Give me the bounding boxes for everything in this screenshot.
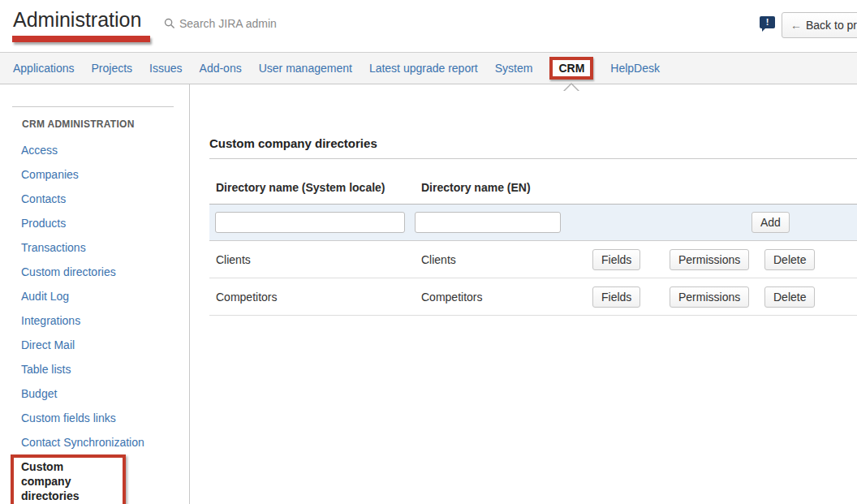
- page-title: Administration: [13, 8, 141, 32]
- sidebar-link-audit-log[interactable]: Audit Log: [21, 290, 69, 303]
- nav-item-applications: Applications: [13, 62, 75, 75]
- back-button-label: Back to pr: [806, 19, 857, 32]
- directory-name-en-cell: Competitors: [415, 291, 584, 304]
- column-header-locale: Directory name (System locale): [209, 181, 415, 194]
- nav-link-issues[interactable]: Issues: [149, 62, 182, 75]
- sidebar: CRM ADMINISTRATION AccessCompaniesContac…: [0, 84, 190, 504]
- directory-row: Clients Clients Fields Permissions Delet…: [209, 241, 857, 278]
- sidebar-link-companies[interactable]: Companies: [21, 168, 79, 181]
- nav-link-applications[interactable]: Applications: [13, 62, 75, 75]
- directories-table: Directory name (System locale) Directory…: [209, 181, 857, 316]
- sidebar-item-contact-synchronization: Contact Synchronization: [0, 430, 189, 454]
- annotation-box-crm: CRM: [549, 57, 593, 80]
- sidebar-link-custom-directories[interactable]: Custom directories: [21, 265, 116, 278]
- new-directory-row: Add: [209, 205, 857, 241]
- sidebar-link-integrations[interactable]: Integrations: [21, 314, 80, 327]
- sidebar-item-integrations: Integrations: [0, 308, 189, 333]
- search-icon: [164, 18, 175, 29]
- table-header-row: Directory name (System locale) Directory…: [209, 181, 857, 205]
- delete-button[interactable]: Delete: [764, 249, 815, 270]
- directory-name-en-cell: Clients: [415, 253, 584, 266]
- nav-item-latest-upgrade-report: Latest upgrade report: [369, 62, 478, 75]
- table-body: Clients Clients Fields Permissions Delet…: [209, 241, 857, 316]
- nav-link-system[interactable]: System: [495, 62, 533, 75]
- admin-header: Administration ! ← Back to pr: [0, 0, 857, 52]
- fields-button[interactable]: Fields: [592, 249, 640, 270]
- sidebar-item-custom-company-directories: Custom company directories: [0, 454, 189, 504]
- search-input[interactable]: [179, 17, 301, 30]
- sidebar-item-companies: Companies: [0, 162, 189, 187]
- back-arrow-icon: ←: [790, 19, 802, 32]
- sidebar-link-custom-company-directories[interactable]: Custom company directories: [21, 459, 115, 503]
- nav-item-system: System: [495, 62, 533, 75]
- nav-link-projects[interactable]: Projects: [92, 62, 133, 75]
- nav-item-projects: Projects: [92, 62, 133, 75]
- sidebar-section-title: CRM ADMINISTRATION: [22, 118, 189, 130]
- sidebar-item-products: Products: [0, 211, 189, 235]
- sidebar-item-budget: Budget: [0, 381, 189, 406]
- sidebar-item-custom-fields-links: Custom fields links: [0, 406, 189, 430]
- directory-row: Competitors Competitors Fields Permissio…: [209, 278, 857, 316]
- back-to-project-button[interactable]: ← Back to pr: [782, 12, 857, 38]
- nav-link-helpdesk[interactable]: HelpDesk: [610, 62, 660, 75]
- content-divider: [209, 158, 857, 159]
- nav-item-user-management: User management: [259, 62, 352, 75]
- admin-nav-list: ApplicationsProjectsIssuesAdd-onsUser ma…: [13, 57, 660, 80]
- admin-search[interactable]: [164, 17, 301, 30]
- nav-item-add-ons: Add-ons: [200, 62, 242, 75]
- nav-item-issues: Issues: [149, 62, 182, 75]
- sidebar-list: AccessCompaniesContactsProductsTransacti…: [0, 138, 189, 504]
- sidebar-divider: [12, 106, 174, 107]
- sidebar-link-access[interactable]: Access: [21, 144, 58, 157]
- sidebar-item-transactions: Transactions: [0, 235, 189, 260]
- fields-button[interactable]: Fields: [592, 286, 640, 308]
- notification-icon[interactable]: !: [760, 16, 775, 28]
- directory-name-locale-cell: Clients: [209, 253, 415, 266]
- permissions-button[interactable]: Permissions: [670, 249, 749, 270]
- main-content: Custom company directories Directory nam…: [190, 84, 857, 504]
- sidebar-item-table-lists: Table lists: [0, 357, 189, 381]
- sidebar-link-contact-synchronization[interactable]: Contact Synchronization: [21, 436, 144, 449]
- sidebar-link-contacts[interactable]: Contacts: [21, 192, 66, 205]
- sidebar-item-audit-log: Audit Log: [0, 284, 189, 308]
- sidebar-item-access: Access: [0, 138, 189, 162]
- nav-item-helpdesk: HelpDesk: [610, 62, 660, 75]
- sidebar-link-products[interactable]: Products: [21, 217, 66, 230]
- add-button[interactable]: Add: [751, 212, 790, 233]
- nav-item-crm: CRM: [549, 57, 593, 80]
- red-underline-annotation: [12, 36, 150, 42]
- directory-name-locale-input[interactable]: [215, 212, 405, 233]
- sidebar-item-direct-mail: Direct Mail: [0, 333, 189, 357]
- sidebar-link-custom-fields-links[interactable]: Custom fields links: [21, 411, 116, 424]
- sidebar-link-table-lists[interactable]: Table lists: [21, 363, 71, 376]
- sidebar-link-budget[interactable]: Budget: [21, 387, 57, 400]
- permissions-button[interactable]: Permissions: [670, 286, 749, 308]
- nav-link-latest-upgrade-report[interactable]: Latest upgrade report: [369, 62, 478, 75]
- sidebar-item-contacts: Contacts: [0, 187, 189, 211]
- annotation-box-custom-company-directories: Custom company directories: [11, 454, 126, 504]
- sidebar-link-transactions[interactable]: Transactions: [21, 241, 86, 254]
- sidebar-link-direct-mail[interactable]: Direct Mail: [21, 338, 75, 351]
- content-title: Custom company directories: [209, 136, 857, 150]
- delete-button[interactable]: Delete: [764, 286, 815, 308]
- admin-layout: CRM ADMINISTRATION AccessCompaniesContac…: [0, 84, 857, 504]
- nav-link-user-management[interactable]: User management: [259, 62, 352, 75]
- sidebar-item-custom-directories: Custom directories: [0, 260, 189, 284]
- column-header-en: Directory name (EN): [415, 181, 584, 194]
- directory-name-locale-cell: Competitors: [209, 291, 415, 304]
- admin-nav-bar: ApplicationsProjectsIssuesAdd-onsUser ma…: [0, 52, 857, 84]
- nav-link-crm[interactable]: CRM: [558, 62, 584, 75]
- directory-name-en-input[interactable]: [415, 212, 561, 233]
- nav-link-add-ons[interactable]: Add-ons: [200, 62, 242, 75]
